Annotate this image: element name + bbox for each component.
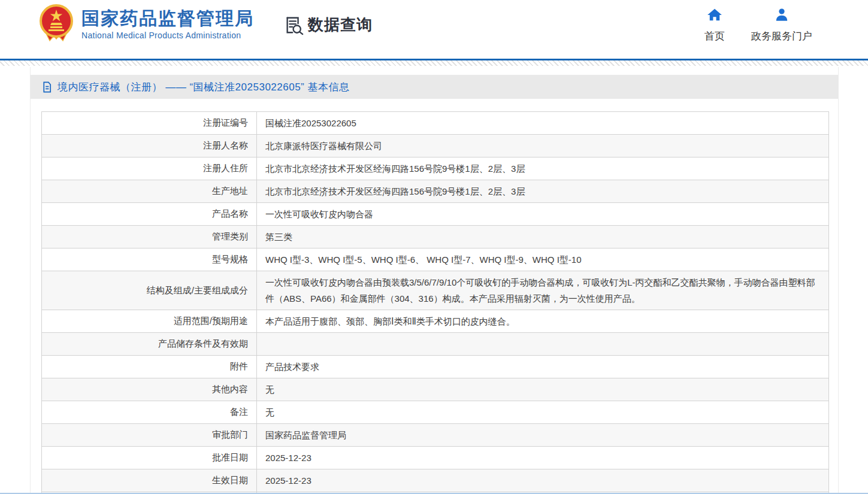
site-header: 国家药品监督管理局 National Medical Products Admi…: [0, 0, 868, 59]
table-row: 其他内容 无: [42, 378, 829, 401]
row-value: 北京市北京经济技术开发区经海四路156号院9号楼1层、2层、3层: [257, 157, 829, 180]
table-row: 生效日期 2025-12-23: [42, 469, 829, 492]
org-title-block: 国家药品监督管理局 National Medical Products Admi…: [81, 4, 254, 40]
row-value: [257, 333, 829, 356]
row-value: 第三类: [257, 226, 829, 248]
registration-info-table: 注册证编号 国械注准20253022605 注册人名称 北京康派特医疗器械有限公…: [41, 111, 829, 494]
row-value: 北京康派特医疗器械有限公司: [257, 135, 829, 157]
nav-portal-label: 政务服务门户: [745, 29, 818, 43]
table-row: 注册证编号 国械注准20253022605: [42, 112, 829, 135]
registration-detail: 注册证编号 国械注准20253022605 注册人名称 北京康派特医疗器械有限公…: [41, 111, 829, 494]
table-row: 注册人住所 北京市北京经济技术开发区经海四路156号院9号楼1层、2层、3层: [42, 157, 829, 180]
home-icon: [707, 7, 722, 23]
row-label: 产品储存条件及有效期: [42, 333, 257, 356]
table-row: 审批部门 国家药品监督管理局: [42, 424, 829, 447]
row-value: 一次性可吸收钉皮内吻合器: [257, 203, 829, 226]
row-value: 无: [257, 378, 829, 401]
org-name-en: National Medical Products Administration: [81, 31, 254, 40]
row-label: 注册人名称: [42, 135, 257, 157]
table-row: 生产地址 北京市北京经济技术开发区经海四路156号院9号楼1层、2层、3层: [42, 180, 829, 203]
document-icon: [41, 81, 53, 93]
table-row: 适用范围/预期用途 本产品适用于腹部、颈部、胸部Ⅰ类和Ⅱ类手术切口的皮内缝合。: [42, 310, 829, 333]
data-query-section[interactable]: 数据查询: [283, 14, 373, 35]
table-row: 产品储存条件及有效期: [42, 333, 829, 356]
row-label: 审批部门: [42, 424, 257, 447]
row-value: 国家药品监督管理局: [257, 424, 829, 447]
row-label: 注册人住所: [42, 157, 257, 180]
row-value: 北京市北京经济技术开发区经海四路156号院9号楼1层、2层、3层: [257, 180, 829, 203]
row-value: 产品技术要求: [257, 356, 829, 378]
table-row: 管理类别 第三类: [42, 226, 829, 248]
row-label: 其他内容: [42, 378, 257, 401]
row-value: WHQ I型-3、WHQ I型-5、WHQ I型-6、 WHQ I型-7、WHQ…: [257, 248, 829, 271]
row-label: 备注: [42, 401, 257, 424]
row-label: 适用范围/预期用途: [42, 310, 257, 333]
row-label: 型号规格: [42, 248, 257, 271]
row-label: 批准日期: [42, 447, 257, 469]
row-label: 结构及组成/主要组成成分: [42, 271, 257, 310]
row-label: 生效日期: [42, 469, 257, 492]
row-value: 本产品适用于腹部、颈部、胸部Ⅰ类和Ⅱ类手术切口的皮内缝合。: [257, 310, 829, 333]
row-value: 国械注准20253022605: [257, 112, 829, 135]
nav-home[interactable]: 首页: [695, 7, 734, 43]
user-icon: [774, 7, 790, 23]
national-emblem-icon: [37, 4, 75, 43]
row-label: 生产地址: [42, 180, 257, 203]
row-label: 注册证编号: [42, 112, 257, 135]
org-name-zh: 国家药品监督管理局: [81, 8, 254, 29]
table-row: 附件 产品技术要求: [42, 356, 829, 378]
table-row: 批准日期 2025-12-23: [42, 447, 829, 469]
row-value: 一次性可吸收钉皮内吻合器由预装载3/5/6/7/9/10个可吸收钉的手动吻合器构…: [257, 271, 829, 310]
row-value: 无: [257, 401, 829, 424]
nav-home-label: 首页: [695, 29, 734, 43]
row-label: 产品名称: [42, 203, 257, 226]
nav-portal[interactable]: 政务服务门户: [745, 7, 818, 43]
document-search-icon: [283, 15, 304, 35]
table-row: 产品名称 一次性可吸收钉皮内吻合器: [42, 203, 829, 226]
header-stripe-band: [0, 60, 868, 66]
row-value: 2025-12-23: [257, 469, 829, 492]
data-query-title: 数据查询: [308, 14, 373, 35]
row-label: 管理类别: [42, 226, 257, 248]
site-logo[interactable]: 国家药品监督管理局 National Medical Products Admi…: [37, 4, 254, 43]
table-row: 注册人名称 北京康派特医疗器械有限公司: [42, 135, 829, 157]
content-panel: 境内医疗器械（注册） —— “国械注准20253022605” 基本信息 注册证…: [30, 67, 839, 494]
row-value: 2025-12-23: [257, 447, 829, 469]
breadcrumb-text: 境内医疗器械（注册） —— “国械注准20253022605” 基本信息: [58, 80, 350, 94]
table-row: 结构及组成/主要组成成分 一次性可吸收钉皮内吻合器由预装载3/5/6/7/9/1…: [42, 271, 829, 310]
table-row: 型号规格 WHQ I型-3、WHQ I型-5、WHQ I型-6、 WHQ I型-…: [42, 248, 829, 271]
row-label: 附件: [42, 356, 257, 378]
breadcrumb[interactable]: 境内医疗器械（注册） —— “国械注准20253022605” 基本信息: [31, 75, 838, 99]
table-row: 备注 无: [42, 401, 829, 424]
